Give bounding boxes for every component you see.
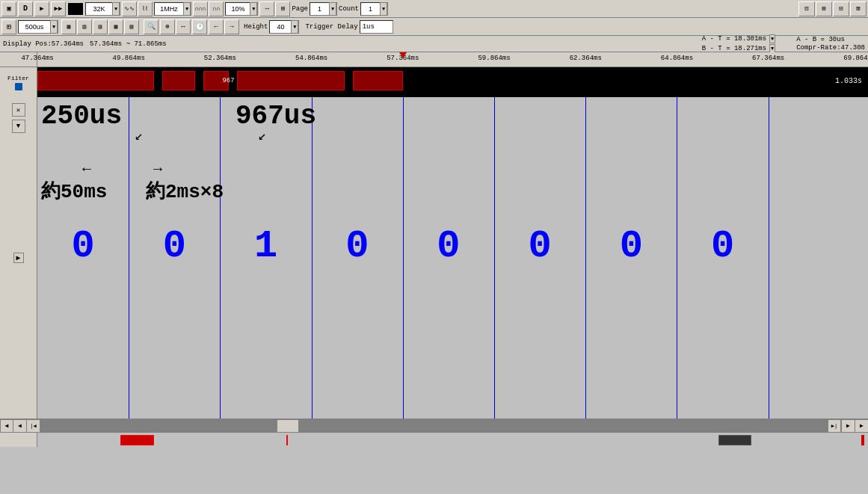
sample-rate-dropdown[interactable]: ▼	[112, 2, 120, 16]
scroll-right3-btn[interactable]: ▶|	[828, 419, 841, 433]
bar-icon-5[interactable]: ▧	[124, 19, 139, 34]
ruler-label-7: 64.864ms	[661, 55, 693, 62]
a-t-dropdown[interactable]: ▼	[769, 34, 775, 43]
scroll-right-btn[interactable]: ▶	[855, 419, 868, 433]
count-dropdown[interactable]: ▼	[380, 2, 387, 16]
toolbar-icon-a[interactable]: ∩∩∩	[193, 1, 208, 16]
signal-duration: 1.033s	[835, 77, 862, 85]
arrow-icon-1[interactable]: ←	[209, 19, 224, 34]
vline-6	[585, 97, 586, 419]
arrow-down-2: ↙	[258, 127, 266, 143]
icon-d[interactable]: ⊞	[275, 1, 290, 16]
digit-0-6: 0	[529, 224, 552, 268]
wave-icon-2: ⌇⌇	[138, 1, 153, 16]
signal-bar-2	[162, 71, 195, 90]
play-btn[interactable]: ▶	[34, 1, 49, 16]
waveform-area: 250us 967us ↙ ↙ ← → 約50ms 約2ms×8 0 0 1 0…	[37, 97, 868, 419]
annotation-250us: 250us	[41, 101, 122, 132]
scroll-left3-btn[interactable]: |◀	[27, 419, 40, 433]
icon-c[interactable]: ↔	[259, 1, 274, 16]
vline-5	[494, 97, 495, 419]
right-btn-1[interactable]: ⊡	[798, 1, 815, 16]
mini-timeline-left	[0, 433, 37, 447]
height-dropdown[interactable]: ▼	[291, 20, 298, 34]
bar-icon-1[interactable]: ▦	[61, 19, 76, 34]
right-btn-3[interactable]: ⊟	[833, 1, 849, 16]
right-btn-2[interactable]: ⊞	[816, 1, 832, 16]
ruler-label-9: 69.864ms	[843, 55, 868, 62]
toolbar-row-1: ▣ D ▶ ▶▶ ▼ ∿∿ ⌇⌇ ▼ ∩∩∩ ∩∩ ▼ ↔ ⊞ Page ▼ C…	[0, 0, 868, 18]
filter-label: Filter	[7, 75, 29, 81]
right-btn-4[interactable]: ⊠	[850, 1, 867, 16]
a-t-value: A - T = 18.301ms	[702, 35, 766, 43]
vline-2	[220, 97, 221, 419]
signal-bar-4	[237, 71, 345, 90]
close-btn[interactable]: ✕	[12, 103, 25, 117]
fast-forward-btn[interactable]: ▶▶	[51, 1, 66, 16]
filter-color-box	[15, 83, 22, 90]
percent-dropdown[interactable]: ▼	[250, 2, 257, 16]
signal-track: 967 1.033s	[37, 67, 868, 97]
b-t-value: B - T = 18.271ms	[702, 45, 766, 52]
height-label: Height	[244, 23, 268, 31]
time-div-dropdown[interactable]: ▼	[50, 20, 58, 34]
arrow-icon-2[interactable]: →	[224, 19, 239, 34]
vline-4	[403, 97, 404, 419]
label-50ms: 約50ms	[41, 178, 107, 204]
icon-btn-2[interactable]: D	[18, 1, 33, 16]
digit-0-8: 0	[711, 224, 734, 268]
compr-rate: Compr-Rate:47.308	[796, 44, 865, 52]
scroll-left-btn[interactable]: ◀	[0, 419, 13, 433]
scroll-track[interactable]	[40, 419, 828, 433]
trigger-delay-label: Trigger Delay	[305, 23, 357, 31]
height-input[interactable]	[270, 21, 291, 33]
digit-0-4: 0	[345, 224, 369, 268]
vline-7	[677, 97, 677, 419]
scroll-right2-btn[interactable]: ▶	[841, 419, 855, 433]
ruler-label-2: 52.364ms	[204, 55, 236, 62]
label-2ms: 約2ms×8	[146, 178, 224, 204]
vline-8	[769, 97, 769, 419]
wave-icon-1: ∿∿	[122, 1, 137, 16]
side-panel: ✕ ▼ ▶	[0, 97, 37, 419]
trigger-delay-value: 1us	[360, 20, 393, 34]
icon-btn-1[interactable]: ▣	[1, 1, 16, 16]
freq-input[interactable]	[155, 3, 183, 15]
count-label: Count	[339, 5, 359, 13]
sample-rate-input[interactable]	[86, 3, 112, 15]
freq-dropdown[interactable]: ▼	[183, 2, 191, 16]
mini-indicator-right	[861, 435, 864, 445]
ruler-label-6: 62.364ms	[570, 55, 602, 62]
page-input[interactable]	[310, 3, 329, 15]
ruler-label-0: 47.364ms	[21, 55, 53, 62]
bar-icon-4[interactable]: ▦	[108, 19, 123, 34]
display-pos: Display Pos:57.364ms	[3, 40, 84, 48]
trigger-arrow	[399, 52, 407, 58]
digit-0-5: 0	[437, 224, 460, 268]
arrow-down-1: ↙	[135, 127, 143, 143]
page-dropdown[interactable]: ▼	[329, 2, 336, 16]
annotation-967us: 967us	[236, 101, 316, 132]
bar-icon-3[interactable]: ▥	[93, 19, 108, 34]
cursor-icon[interactable]: ⊕	[160, 19, 175, 34]
zoom-icon[interactable]: ↔	[176, 19, 191, 34]
mini-red-1	[120, 435, 153, 445]
arrow-left-50ms: ←	[82, 161, 91, 178]
time-div-input[interactable]	[19, 21, 50, 33]
grid-icon[interactable]: ⊞	[1, 19, 16, 34]
percent-input[interactable]	[226, 3, 250, 15]
toolbar-icon-b[interactable]: ∩∩	[209, 1, 224, 16]
scroll-thumb[interactable]	[277, 419, 299, 433]
mini-timeline-track	[37, 433, 868, 447]
mini-timeline	[0, 432, 868, 447]
bar-icon-2[interactable]: ▤	[77, 19, 92, 34]
scroll-left2-btn[interactable]: ◀	[13, 419, 27, 433]
time-ruler: 47.364ms 49.864ms 52.364ms 54.864ms 57.3…	[0, 52, 868, 67]
clock-icon[interactable]: 🕐	[192, 19, 207, 34]
expand-btn[interactable]: ▼	[12, 120, 25, 133]
count-input[interactable]	[361, 3, 380, 15]
stop-btn[interactable]	[68, 3, 83, 15]
search-icon[interactable]: 🔍	[144, 19, 158, 34]
range-text: 57.364ms ~ 71.865ms	[90, 40, 167, 48]
center-arrow[interactable]: ▶	[13, 253, 24, 263]
